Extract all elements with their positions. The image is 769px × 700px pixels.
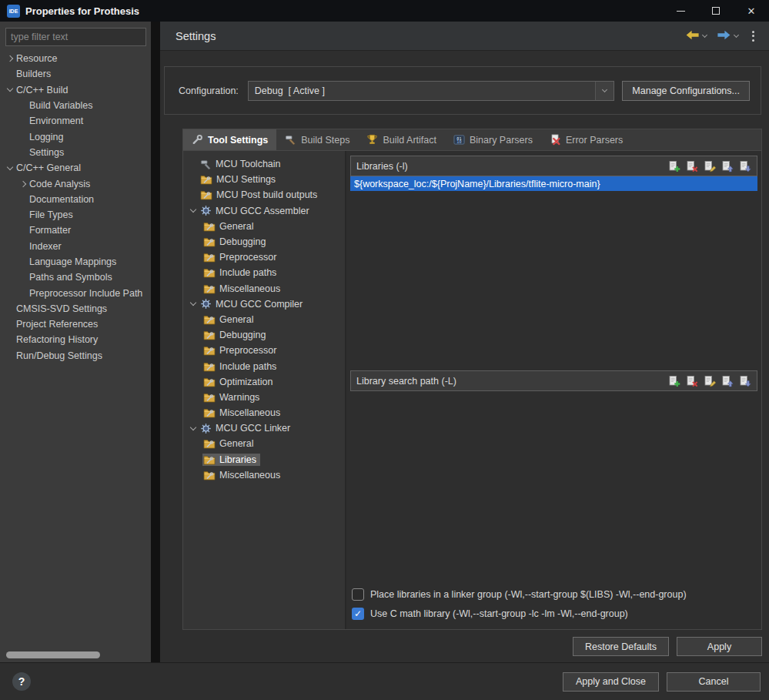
tab-binary-parsers[interactable]: 0110Binary Parsers [445, 129, 541, 150]
sidebar-item-language-mappings[interactable]: Language Mappings [0, 254, 151, 270]
sidebar-item-cmsis-svd-settings[interactable]: CMSIS-SVD Settings [0, 301, 151, 317]
delete-icon[interactable] [686, 160, 698, 172]
chevron-down-icon[interactable] [186, 303, 199, 305]
sidebar-item-refactoring-history[interactable]: Refactoring History [0, 332, 151, 347]
sidebar-item-preprocessor-include-path[interactable]: Preprocessor Include Path [0, 285, 151, 300]
tab-build-artifact[interactable]: Build Artifact [358, 129, 444, 150]
forward-dropdown-icon[interactable] [734, 32, 739, 38]
sidebar-item-environment[interactable]: Environment [0, 113, 151, 129]
tool-tree-item-general[interactable]: General [183, 219, 345, 234]
add-icon[interactable] [668, 160, 680, 172]
main-panel: Settings Configuration: Debug [ Active ]… [160, 22, 769, 662]
filter-input[interactable] [5, 28, 146, 46]
close-button[interactable]: ✕ [734, 0, 769, 22]
add-icon[interactable] [668, 375, 680, 387]
window-title: Properties for Prothesis [25, 5, 139, 17]
sidebar-item-logging[interactable]: Logging [0, 129, 151, 144]
scrollbar-thumb[interactable] [6, 651, 100, 658]
sidebar-item-settings[interactable]: Settings [0, 145, 151, 160]
tab-tool-settings[interactable]: Tool Settings [183, 129, 276, 150]
close-icon: ✕ [747, 5, 756, 17]
libraries-list[interactable]: ${workspace_loc:/${ProjName}/Libraries/t… [350, 176, 757, 370]
restore-defaults-button[interactable]: Restore Defaults [573, 637, 669, 656]
tool-tree-item-mcu-gcc-compiler[interactable]: MCU GCC Compiler [183, 296, 345, 312]
tool-tree-item-debugging[interactable]: Debugging [183, 327, 345, 343]
tool-tree-item-preprocessor[interactable]: Preprocessor [183, 250, 345, 265]
chevron-down-icon[interactable] [595, 82, 614, 100]
tool-tree-item-miscellaneous[interactable]: Miscellaneous [183, 281, 345, 296]
sidebar-item-label: C/C++ General [16, 162, 81, 173]
nav-tools [682, 28, 761, 45]
sidebar-item-run-debug-settings[interactable]: Run/Debug Settings [0, 348, 151, 363]
move-up-icon[interactable] [721, 375, 734, 387]
libraries-header: Libraries (-l) [350, 156, 757, 176]
tool-tree-item-include-paths[interactable]: Include paths [183, 358, 345, 373]
manage-configurations-button[interactable]: Manage Configurations... [622, 81, 750, 101]
tool-tree-item-mcu-post-build-outputs[interactable]: MCU Post build outputs [183, 187, 345, 203]
move-down-icon[interactable] [739, 375, 751, 387]
sidebar-item-project-references[interactable]: Project References [0, 317, 151, 332]
linker-options: Place libraries in a linker group (-Wl,-… [350, 583, 757, 625]
tool-tree-item-mcu-gcc-assembler[interactable]: MCU GCC Assembler [183, 203, 345, 219]
sidebar-item-c-c-general[interactable]: C/C++ General [0, 160, 151, 176]
help-button[interactable]: ? [12, 672, 31, 691]
chevron-down-icon[interactable] [186, 427, 199, 430]
maximize-button[interactable] [698, 0, 734, 22]
edit-icon[interactable] [704, 160, 716, 172]
tool-tree-item-libraries[interactable]: Libraries [183, 452, 345, 467]
sidebar-item-paths-and-symbols[interactable]: Paths and Symbols [0, 270, 151, 285]
sidebar-item-formatter[interactable]: Formatter [0, 223, 151, 238]
back-dropdown-icon[interactable] [702, 32, 707, 38]
tool-tree-item-mcu-toolchain[interactable]: MCU Toolchain [183, 156, 345, 172]
cancel-button[interactable]: Cancel [667, 672, 761, 692]
sidebar-item-c-c-build[interactable]: C/C++ Build [0, 82, 151, 98]
tool-tree-item-optimization[interactable]: Optimization [183, 374, 345, 390]
search-path-list[interactable] [350, 391, 757, 583]
tool-tree-item-general[interactable]: General [183, 312, 345, 327]
tool-tree-item-debugging[interactable]: Debugging [183, 234, 345, 250]
chevron-right-icon[interactable] [16, 182, 29, 186]
delete-icon[interactable] [686, 375, 698, 387]
sidebar-item-code-analysis[interactable]: Code Analysis [0, 176, 151, 191]
tool-tree-item-warnings[interactable]: Warnings [183, 390, 345, 405]
edit-icon[interactable] [704, 375, 716, 387]
sidebar-hscrollbar[interactable] [0, 648, 151, 661]
sidebar-sash[interactable] [151, 22, 160, 662]
chevron-right-icon[interactable] [3, 56, 16, 61]
move-up-icon[interactable] [721, 160, 734, 172]
sidebar-item-build-variables[interactable]: Build Variables [0, 98, 151, 113]
forward-button[interactable] [714, 28, 741, 45]
chevron-down-icon[interactable] [3, 167, 16, 169]
checkbox-checked-icon[interactable]: ✓ [352, 608, 364, 620]
tool-tree-item-miscellaneous[interactable]: Miscellaneous [183, 405, 345, 420]
view-menu-button[interactable] [745, 31, 761, 42]
move-down-icon[interactable] [739, 160, 751, 172]
gear-icon [200, 423, 212, 434]
sidebar-item-resource[interactable]: Resource [0, 51, 151, 66]
sidebar-item-builders[interactable]: Builders [0, 66, 151, 82]
folder-icon [203, 392, 216, 403]
tool-tree-item-preprocessor[interactable]: Preprocessor [183, 343, 345, 358]
search-path-header: Library search path (-L) [350, 370, 757, 391]
sidebar-item-indexer[interactable]: Indexer [0, 239, 151, 254]
back-button[interactable] [682, 28, 710, 45]
chevron-down-icon[interactable] [3, 89, 16, 91]
tab-error-parsers[interactable]: Error Parsers [541, 129, 631, 150]
checkbox-unchecked-icon[interactable] [352, 588, 364, 601]
tool-tree-item-mcu-gcc-linker[interactable]: MCU GCC Linker [183, 420, 345, 436]
tool-tree-item-mcu-settings[interactable]: MCU Settings [183, 172, 345, 187]
apply-and-close-button[interactable]: Apply and Close [563, 672, 659, 692]
sidebar-item-file-types[interactable]: File Types [0, 207, 151, 223]
sidebar-item-documentation[interactable]: Documentation [0, 192, 151, 207]
tool-tree-item-miscellaneous[interactable]: Miscellaneous [183, 467, 345, 483]
tool-tree-item-include-paths[interactable]: Include paths [183, 265, 345, 280]
tool-tree-item-general[interactable]: General [183, 436, 345, 451]
configuration-label: Configuration: [179, 85, 239, 96]
tab-build-steps[interactable]: Build Steps [276, 129, 358, 150]
apply-button[interactable]: Apply [677, 637, 762, 656]
minimize-button[interactable] [663, 0, 698, 22]
configuration-select[interactable]: Debug [ Active ] [248, 81, 615, 101]
configuration-section: Configuration: Debug [ Active ] Manage C… [164, 66, 761, 115]
chevron-down-icon[interactable] [186, 209, 199, 212]
library-entry[interactable]: ${workspace_loc:/${ProjName}/Libraries/t… [350, 176, 757, 191]
